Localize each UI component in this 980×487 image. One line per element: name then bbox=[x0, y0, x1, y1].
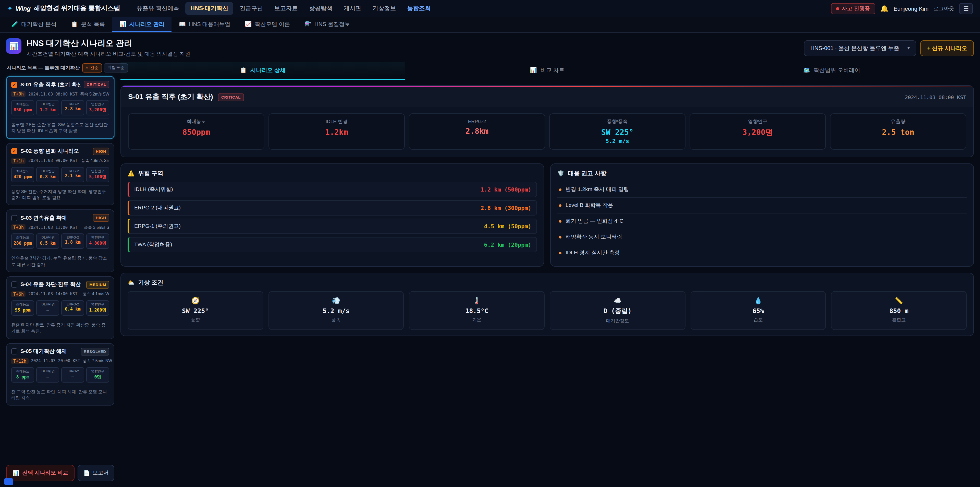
metric-box: ERPG-2 1.8 km bbox=[61, 234, 84, 249]
recommendation-item: Level B 화학복 착용 bbox=[557, 198, 967, 214]
tab-hns-substance-info[interactable]: ⚗️ HNS 물질정보 bbox=[297, 18, 357, 32]
tab-compare-chart[interactable]: 📊 비교 차트 bbox=[405, 62, 690, 80]
report-button[interactable]: 📄 보고서 bbox=[78, 465, 115, 481]
scenario-card-s05[interactable]: ✓ S-05 대기확산 해제 RESOLVED T+12h 2024.11.03… bbox=[6, 343, 115, 406]
recommendation-text: IDLH 경계 실시간 측정 bbox=[566, 249, 620, 256]
time-offset-chip: T+3h bbox=[11, 225, 26, 231]
scenario-card-s01[interactable]: ✓ S-01 유출 직후 (초기 확산) CRITICAL T+0h 2024.… bbox=[6, 76, 115, 139]
recommendation-item: 화기 엄금 — 인화점 4°C bbox=[557, 214, 967, 229]
app-root: ✦ Wing 해양환경 위기대응 통합시스템 유출유 확산예측 HNS·대기확산… bbox=[0, 0, 980, 487]
nav-item-integrated-search[interactable]: 통합조회 bbox=[402, 2, 436, 15]
scenario-checkbox[interactable]: ✓ bbox=[11, 348, 18, 354]
metric-value: — bbox=[62, 373, 83, 378]
scenario-checkbox[interactable]: ✓ bbox=[11, 81, 18, 88]
bell-icon[interactable]: 🔔 bbox=[880, 5, 888, 12]
risk-zones-panel: ⚠️ 위험 구역 IDLH (즉시위험) 1.2 km (500ppm) ERP… bbox=[121, 163, 544, 267]
severity-badge: RESOLVED bbox=[81, 348, 109, 355]
weather-value: 18.5°C bbox=[412, 307, 542, 315]
scenario-checkbox[interactable]: ✓ bbox=[11, 148, 18, 154]
wing-logo-icon: ✦ bbox=[7, 5, 13, 12]
recommendations-title: 대응 권고 사항 bbox=[568, 169, 606, 177]
stat-idlh-radius: IDLH 반경 1.2km bbox=[269, 113, 405, 150]
metric-value: 4,800명 bbox=[87, 241, 108, 247]
tab-scenario-detail[interactable]: 📋 시나리오 상세 bbox=[121, 62, 405, 80]
weather-card-wind-direction: 🧭 SW 225° 풍향 bbox=[127, 291, 263, 330]
metric-value: 8 ppm bbox=[12, 374, 33, 379]
nav-item-hns-diffusion[interactable]: HNS·대기확산 bbox=[186, 2, 234, 15]
tab-hns-manual[interactable]: 📖 HNS 대응매뉴얼 bbox=[172, 18, 238, 32]
metric-label: 영향인구 bbox=[87, 236, 108, 240]
new-scenario-button[interactable]: + 신규 시나리오 bbox=[921, 40, 974, 56]
scenario-card-s04[interactable]: ✓ S-04 유출 차단·잔류 확산 MEDIUM T+6h 2024.11.0… bbox=[6, 276, 115, 339]
scenario-wind: 풍속 5.2m/s SW bbox=[80, 91, 110, 97]
risk-zone-row-twa: TWA (작업허용) 6.2 km (20ppm) bbox=[127, 237, 537, 252]
nav-item-aerial-search[interactable]: 항공탐색 bbox=[304, 2, 338, 15]
scenario-description: 전 구역 안전 농도 확인. 대피 해제. 잔류 오염 모니터링 지속. bbox=[11, 385, 109, 401]
book-icon: 📖 bbox=[179, 21, 186, 27]
nav-item-emergency-rescue[interactable]: 긴급구난 bbox=[234, 2, 268, 15]
list-icon: 📋 bbox=[71, 21, 78, 27]
tab-diffusion-overlay[interactable]: 🗺️ 확산범위 오버레이 bbox=[689, 62, 974, 80]
bullet-icon bbox=[559, 204, 562, 207]
wind-icon: 💨 bbox=[271, 297, 401, 304]
scenario-title: S-05 대기확산 해제 bbox=[21, 348, 78, 355]
metric-box: 영향인구 3,200명 bbox=[86, 100, 109, 115]
metric-value: — bbox=[37, 374, 58, 379]
compass-icon: 🧭 bbox=[130, 297, 261, 304]
metric-box: 영향인구 4,800명 bbox=[86, 234, 109, 249]
tab-scenario-management[interactable]: 📊 시나리오 관리 bbox=[112, 18, 172, 32]
floating-widget[interactable] bbox=[4, 478, 13, 485]
metric-label: 최대농도 bbox=[12, 369, 33, 374]
compare-scenarios-button[interactable]: 📊 선택 시나리오 비교 bbox=[6, 465, 75, 481]
main-panel: 📋 시나리오 상세 📊 비교 차트 🗺️ 확산범위 오버레이 S-01 유출 직… bbox=[121, 62, 974, 482]
metric-value: 420 ppm bbox=[12, 174, 33, 179]
metric-value: 3,200명 bbox=[87, 107, 108, 113]
scenario-title: S-04 유출 차단·잔류 확산 bbox=[21, 281, 83, 288]
logo-wing-text: Wing bbox=[16, 5, 30, 12]
zone-name: TWA (작업허용) bbox=[134, 241, 172, 248]
tab-model-theory[interactable]: 📈 확산모델 이론 bbox=[238, 18, 298, 32]
module-tab-bar: 🧪 대기확산 분석 📋 분석 목록 📊 시나리오 관리 📖 HNS 대응매뉴얼 … bbox=[0, 18, 980, 33]
zone-name: ERPG-2 (대피권고) bbox=[134, 204, 181, 211]
stat-label: 최대농도 bbox=[132, 118, 261, 125]
stat-value: 850ppm bbox=[132, 128, 261, 137]
metric-value: 0명 bbox=[87, 374, 108, 380]
scenario-card-s03[interactable]: ✓ S-03 연속유출 확대 HIGH T+3h 2024.11.03 11:0… bbox=[6, 210, 115, 272]
logout-button[interactable]: 로그아웃 bbox=[934, 5, 954, 12]
metric-box: 최대농도 8 ppm bbox=[11, 367, 34, 382]
sort-by-time-button[interactable]: 시간순 bbox=[82, 63, 102, 72]
metric-value: 2.1 km bbox=[62, 173, 83, 178]
weather-card-temperature: 🌡️ 18.5°C 기온 bbox=[409, 291, 545, 330]
metric-box: IDLH반경 — bbox=[36, 367, 59, 382]
weather-label: 기온 bbox=[412, 317, 542, 323]
detail-datetime: 2024.11.03 08:00 KST bbox=[905, 94, 966, 100]
nav-item-weather-info[interactable]: 기상정보 bbox=[368, 2, 401, 15]
weather-value: SW 225° bbox=[130, 307, 261, 315]
metric-box: ERPG-2 2.1 km bbox=[61, 167, 84, 182]
tab-analysis-list[interactable]: 📋 분석 목록 bbox=[64, 18, 112, 32]
metric-box: 영향인구 1,200명 bbox=[86, 300, 109, 316]
metric-box: IDLH반경 1.2 km bbox=[36, 100, 59, 115]
scenario-description: 유출원 차단 완료. 잔류 증기 자연 확산중. 풍속 증가로 희석 촉진. bbox=[11, 319, 109, 334]
page-header: 📊 HNS 대기확산 시나리오 관리 시간조건별 대기확산 예측 시나리오 비교… bbox=[0, 33, 980, 62]
scenario-checkbox[interactable]: ✓ bbox=[11, 282, 18, 288]
hamburger-menu-icon[interactable]: ☰ bbox=[959, 3, 973, 14]
risk-zone-row-idlh: IDLH (즉시위험) 1.2 km (500ppm) bbox=[127, 182, 537, 197]
scenario-datetime: 2024.11.03 14:00 KST bbox=[28, 292, 80, 297]
app-logo[interactable]: ✦ Wing 해양환경 위기대응 통합시스템 bbox=[7, 4, 120, 13]
wind-direction-value: SW 225° bbox=[601, 128, 633, 137]
incident-select[interactable]: HNS-001 · 울산 온산항 톨루엔 누출 ▾ bbox=[803, 40, 916, 56]
weather-panel: ⛅ 기상 조건 🧭 SW 225° 풍향 💨 5.2 m/s 풍속 bbox=[121, 273, 974, 336]
chart-icon: 📊 bbox=[119, 21, 126, 27]
nav-item-reports[interactable]: 보고자료 bbox=[269, 2, 303, 15]
incident-status-badge[interactable]: 사고 진행중 bbox=[831, 3, 875, 14]
tab-diffusion-analysis[interactable]: 🧪 대기확산 분석 bbox=[4, 18, 64, 32]
scenario-checkbox[interactable]: ✓ bbox=[11, 215, 18, 221]
metric-value: 95 ppm bbox=[12, 308, 33, 313]
recommendation-item: 반경 1.2km 즉시 대피 명령 bbox=[557, 182, 967, 198]
scenario-card-s02[interactable]: ✓ S-02 풍향 변화 시나리오 HIGH T+1h 2024.11.03 0… bbox=[6, 143, 115, 205]
nav-item-oil-spill-prediction[interactable]: 유출유 확산예측 bbox=[131, 2, 184, 15]
risk-zone-row-erpg2: ERPG-2 (대피권고) 2.8 km (300ppm) bbox=[127, 200, 537, 216]
metric-label: IDLH반경 bbox=[37, 102, 58, 107]
nav-item-board[interactable]: 게시판 bbox=[339, 2, 366, 15]
